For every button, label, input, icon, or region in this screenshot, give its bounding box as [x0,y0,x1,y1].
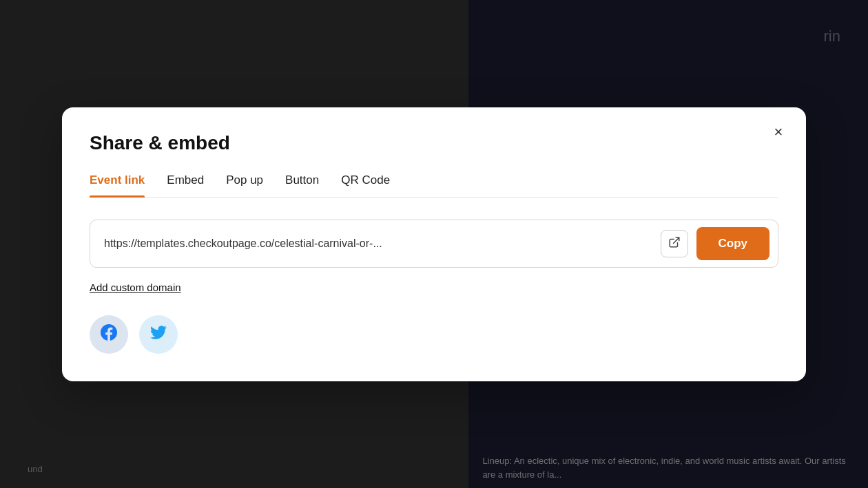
tab-button[interactable]: Button [285,173,319,197]
social-icons-row [90,315,778,354]
tab-embed[interactable]: Embed [167,173,204,197]
facebook-share-button[interactable] [90,315,128,354]
close-icon: × [774,123,783,141]
open-link-button[interactable] [661,230,688,257]
svg-line-0 [673,237,679,243]
external-link-icon [668,236,681,251]
share-embed-modal: × Share & embed Event link Embed Pop up … [62,107,806,381]
twitter-share-button[interactable] [139,315,178,354]
close-button[interactable]: × [767,121,789,143]
tabs-container: Event link Embed Pop up Button QR Code [90,173,778,198]
add-custom-domain-button[interactable]: Add custom domain [90,282,181,293]
twitter-icon [150,324,167,345]
modal-title: Share & embed [90,132,778,154]
url-row: https://templates.checkoutpage.co/celest… [90,220,778,268]
copy-button[interactable]: Copy [696,227,770,260]
facebook-icon [101,324,117,345]
tab-qr-code[interactable]: QR Code [341,173,390,197]
url-display: https://templates.checkoutpage.co/celest… [99,237,661,250]
tab-event-link[interactable]: Event link [90,173,145,197]
modal-backdrop: × Share & embed Event link Embed Pop up … [0,0,868,488]
tab-popup[interactable]: Pop up [226,173,263,197]
